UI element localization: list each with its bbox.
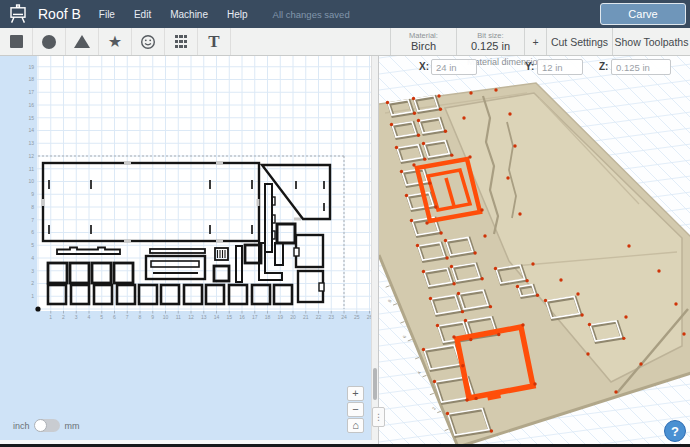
svg-text:1: 1 xyxy=(49,314,52,320)
panel-splitter-handle[interactable]: ⋮ xyxy=(372,407,385,427)
star-tool-button[interactable]: ★ xyxy=(99,28,132,55)
svg-text:1: 1 xyxy=(31,293,34,299)
vertical-scrollbar-thumb[interactable] xyxy=(373,368,377,400)
unit-label-inch: inch xyxy=(13,421,30,431)
text-tool-button[interactable]: T xyxy=(198,28,231,55)
svg-text:18: 18 xyxy=(265,314,271,320)
svg-text:11: 11 xyxy=(29,166,34,172)
text-icon: T xyxy=(208,33,219,50)
circle-icon xyxy=(42,35,56,49)
main-area: 1234567891011121314151617181920212223242… xyxy=(0,56,690,447)
toggle-knob-icon xyxy=(34,419,47,432)
bit-size-selector[interactable]: Bit size: 0.125 in xyxy=(456,28,524,55)
svg-text:2: 2 xyxy=(62,314,65,320)
svg-text:19: 19 xyxy=(277,314,283,320)
z-dimension-input[interactable] xyxy=(611,59,671,75)
material-value: Birch xyxy=(411,40,436,52)
svg-text:15: 15 xyxy=(226,314,232,320)
preview-panel-3d: 2468 Material dimensions: X: Y: Z: ? xyxy=(378,56,690,447)
carve-button[interactable]: Carve xyxy=(600,3,686,25)
unit-toggle[interactable]: inch mm xyxy=(13,419,80,432)
svg-text:23: 23 xyxy=(328,314,334,320)
svg-text:13: 13 xyxy=(201,314,207,320)
bit-size-value: 0.125 in xyxy=(471,40,510,52)
triangle-tool-button[interactable] xyxy=(66,28,99,55)
smiley-tool-button[interactable] xyxy=(132,28,165,55)
square-icon xyxy=(10,35,23,48)
material-dimensions-bar: Material dimensions: X: Y: Z: xyxy=(379,56,690,78)
svg-text:7: 7 xyxy=(31,217,34,223)
design-panel-2d: 1234567891011121314151617181920212223242… xyxy=(0,56,378,447)
menu-help[interactable]: Help xyxy=(227,9,248,20)
zoom-out-button[interactable]: − xyxy=(347,402,364,417)
circle-tool-button[interactable] xyxy=(33,28,66,55)
svg-text:8: 8 xyxy=(139,314,142,320)
svg-text:10: 10 xyxy=(163,314,169,320)
svg-text:9: 9 xyxy=(31,191,34,197)
save-status: All changes saved xyxy=(273,9,350,20)
drill-tool-button[interactable] xyxy=(165,28,198,55)
smiley-icon xyxy=(140,34,156,50)
material-board-3d: 2468 xyxy=(379,83,690,447)
project-title[interactable]: Roof B xyxy=(38,6,81,22)
svg-text:6: 6 xyxy=(31,229,34,235)
zoom-in-button[interactable]: + xyxy=(347,386,364,401)
help-button[interactable]: ? xyxy=(664,420,686,442)
svg-text:21: 21 xyxy=(303,314,309,320)
svg-text:6: 6 xyxy=(113,314,116,320)
unit-toggle-switch[interactable] xyxy=(35,419,60,432)
y-dimension-input[interactable] xyxy=(537,59,583,75)
star-icon: ★ xyxy=(108,34,122,50)
x-axis-label: X: xyxy=(419,61,429,72)
material-label: Material: xyxy=(409,31,438,40)
svg-text:10: 10 xyxy=(28,178,34,184)
svg-text:5: 5 xyxy=(100,314,103,320)
toolbar: ★ T Material: Birch Bit size: 0.125 in +… xyxy=(0,28,690,56)
svg-text:24: 24 xyxy=(341,314,347,320)
svg-text:11: 11 xyxy=(176,314,181,320)
menu-machine[interactable]: Machine xyxy=(170,9,208,20)
svg-text:16: 16 xyxy=(239,314,245,320)
z-axis-label: Z: xyxy=(599,61,608,72)
svg-text:17: 17 xyxy=(252,314,258,320)
svg-text:16: 16 xyxy=(28,102,34,108)
menu-edit[interactable]: Edit xyxy=(134,9,151,20)
svg-text:17: 17 xyxy=(28,89,34,95)
svg-text:14: 14 xyxy=(28,127,34,133)
show-toolpaths-button[interactable]: Show Toolpaths xyxy=(612,28,690,55)
material-selector[interactable]: Material: Birch xyxy=(390,28,456,55)
vertical-scrollbar[interactable] xyxy=(371,56,378,441)
svg-text:6: 6 xyxy=(402,334,408,339)
svg-text:22: 22 xyxy=(316,314,322,320)
svg-text:3: 3 xyxy=(75,314,78,320)
cut-settings-button[interactable]: Cut Settings xyxy=(546,28,612,55)
svg-text:8: 8 xyxy=(31,204,34,210)
svg-text:20: 20 xyxy=(290,314,296,320)
y-axis-label: Y: xyxy=(525,61,534,72)
x-dimension-input[interactable] xyxy=(431,59,477,75)
add-bit-button[interactable]: + xyxy=(524,28,546,55)
svg-text:14: 14 xyxy=(214,314,220,320)
menu-file[interactable]: File xyxy=(99,9,115,20)
svg-text:18: 18 xyxy=(28,76,34,82)
design-canvas-2d[interactable]: 1234567891011121314151617181920212223242… xyxy=(0,56,378,447)
svg-text:3: 3 xyxy=(31,268,34,274)
svg-text:4: 4 xyxy=(88,314,91,320)
svg-text:4: 4 xyxy=(416,370,422,375)
square-tool-button[interactable] xyxy=(0,28,33,55)
zoom-home-button[interactable]: ⌂ xyxy=(347,418,364,433)
easel-app-window: Roof B File Edit Machine Help All change… xyxy=(0,0,690,447)
easel-logo-icon xyxy=(8,4,28,24)
svg-text:4: 4 xyxy=(31,255,34,261)
svg-text:9: 9 xyxy=(151,314,154,320)
header-bar: Roof B File Edit Machine Help All change… xyxy=(0,0,690,28)
svg-text:13: 13 xyxy=(28,140,34,146)
svg-text:12: 12 xyxy=(28,153,34,159)
preview-3d-viewport[interactable]: 2468 xyxy=(379,56,690,447)
origin-dot xyxy=(35,306,40,311)
drill-grid-icon xyxy=(175,35,188,48)
svg-text:25: 25 xyxy=(354,314,360,320)
svg-text:2: 2 xyxy=(31,280,34,286)
bit-size-label: Bit size: xyxy=(477,31,503,40)
svg-text:5: 5 xyxy=(31,242,34,248)
